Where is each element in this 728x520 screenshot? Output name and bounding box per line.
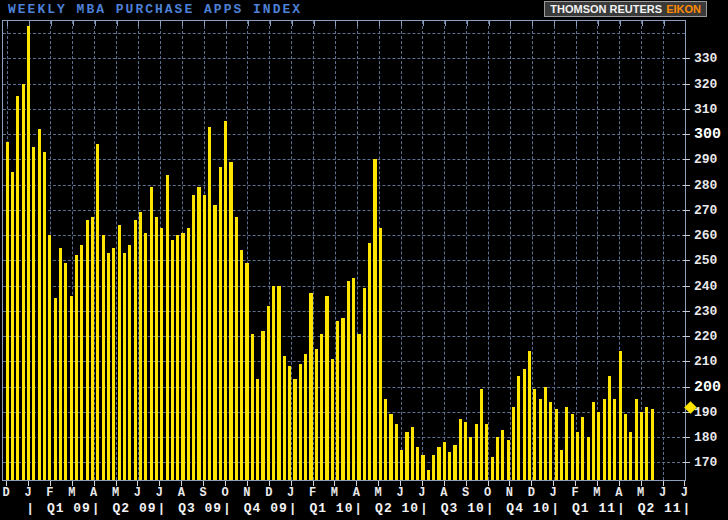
bar bbox=[389, 414, 392, 480]
bar bbox=[459, 419, 462, 480]
y-tick-label: 250 bbox=[686, 252, 728, 269]
bar bbox=[27, 26, 30, 480]
gridline-horizontal bbox=[3, 286, 685, 287]
month-label: N bbox=[243, 486, 250, 500]
bar bbox=[571, 414, 574, 480]
y-tick-value: 320 bbox=[694, 76, 717, 93]
top-axis-tick bbox=[357, 21, 358, 26]
y-tick-mark bbox=[683, 462, 690, 463]
bar bbox=[325, 296, 328, 480]
y-tick-label: 180 bbox=[686, 429, 728, 446]
bar bbox=[517, 376, 520, 480]
bar bbox=[549, 402, 552, 480]
bar bbox=[432, 455, 435, 480]
quarter-separator: | bbox=[683, 501, 691, 516]
bar bbox=[96, 144, 99, 480]
bar bbox=[48, 235, 51, 480]
top-axis-tick bbox=[117, 21, 118, 26]
x-axis-quarter-labels: |||||||||||Q1 09Q2 09Q3 09Q4 09Q1 10Q2 1… bbox=[2, 501, 692, 517]
quarter-label: Q1 10 bbox=[309, 501, 353, 516]
y-tick-label: 230 bbox=[686, 303, 728, 320]
bar bbox=[475, 424, 478, 480]
gridline-horizontal bbox=[3, 134, 685, 135]
month-label: M bbox=[68, 486, 75, 500]
month-label: F bbox=[309, 486, 316, 500]
month-label: M bbox=[375, 486, 382, 500]
quarter-label: Q1 09 bbox=[47, 501, 91, 516]
bar bbox=[134, 220, 137, 480]
bar bbox=[635, 399, 638, 480]
month-label: S bbox=[200, 486, 207, 500]
bar bbox=[64, 263, 67, 480]
month-label: S bbox=[462, 486, 469, 500]
y-tick-value: 280 bbox=[694, 177, 717, 194]
y-tick-mark bbox=[683, 134, 690, 135]
bar bbox=[235, 217, 238, 480]
bar bbox=[320, 334, 323, 480]
top-axis-tick bbox=[642, 21, 643, 26]
top-axis-tick bbox=[138, 21, 139, 26]
bar bbox=[80, 245, 83, 480]
quarter-separator: | bbox=[420, 501, 428, 516]
y-tick-label: 170 bbox=[686, 454, 728, 471]
bar bbox=[544, 387, 547, 480]
y-tick-value: 220 bbox=[694, 328, 717, 345]
bar bbox=[261, 331, 264, 480]
gridline-horizontal bbox=[3, 260, 685, 261]
bar bbox=[176, 235, 179, 480]
bar bbox=[427, 470, 430, 480]
bar bbox=[91, 217, 94, 480]
quarter-separator: | bbox=[157, 501, 165, 516]
bar bbox=[379, 228, 382, 480]
y-tick-value: 270 bbox=[694, 202, 717, 219]
top-axis-tick bbox=[160, 21, 161, 26]
month-label: D bbox=[3, 486, 10, 500]
y-tick-value: 200 bbox=[694, 379, 721, 396]
y-tick-mark bbox=[683, 260, 690, 261]
quarter-label: Q2 10 bbox=[375, 501, 419, 516]
bar bbox=[11, 172, 14, 480]
quarter-label: Q3 09 bbox=[178, 501, 222, 516]
gridline-horizontal bbox=[3, 33, 685, 34]
bar bbox=[171, 240, 174, 480]
bar bbox=[267, 306, 270, 480]
top-axis-tick bbox=[598, 21, 599, 26]
bar bbox=[555, 409, 558, 480]
bar bbox=[187, 228, 190, 480]
top-axis-tick bbox=[51, 21, 52, 26]
month-label: O bbox=[484, 486, 491, 500]
bar bbox=[166, 175, 169, 481]
month-label: J bbox=[550, 486, 557, 500]
top-axis-tick bbox=[576, 21, 577, 26]
month-label: J bbox=[396, 486, 403, 500]
y-tick-mark bbox=[683, 437, 690, 438]
plot-area[interactable] bbox=[2, 20, 686, 481]
quarter-separator: | bbox=[289, 501, 297, 516]
y-tick-value: 310 bbox=[694, 101, 717, 118]
y-tick-label: 310 bbox=[686, 101, 728, 118]
bar bbox=[629, 432, 632, 480]
month-label: M bbox=[331, 486, 338, 500]
bar bbox=[144, 233, 147, 480]
bar bbox=[272, 286, 275, 480]
bar bbox=[160, 228, 163, 480]
bar bbox=[107, 253, 110, 480]
bar bbox=[118, 225, 121, 480]
top-axis-tick bbox=[73, 21, 74, 26]
bar bbox=[256, 379, 259, 480]
top-axis-tick bbox=[467, 21, 468, 26]
bar bbox=[523, 369, 526, 480]
top-axis-tick bbox=[401, 21, 402, 26]
y-tick-value: 240 bbox=[694, 278, 717, 295]
quarter-label: Q4 10 bbox=[506, 501, 550, 516]
bar bbox=[613, 399, 616, 480]
y-tick-mark bbox=[683, 109, 690, 110]
bar bbox=[384, 399, 387, 480]
bar bbox=[128, 245, 131, 480]
top-axis-tick bbox=[554, 21, 555, 26]
quarter-separator: | bbox=[26, 501, 34, 516]
y-tick-value: 190 bbox=[694, 404, 717, 421]
top-axis-tick bbox=[510, 21, 511, 26]
bar bbox=[251, 334, 254, 480]
month-label: M bbox=[637, 486, 644, 500]
